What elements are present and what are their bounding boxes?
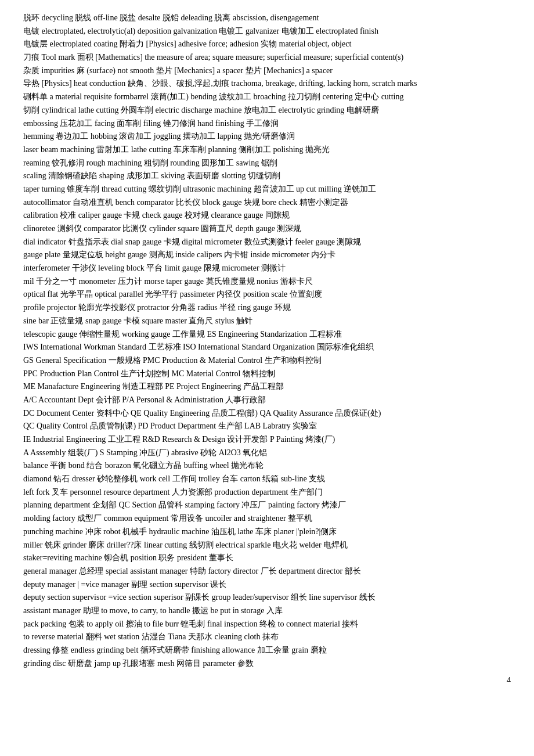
text-line-0: 脱环 decycling 脱线 off-line 脱盐 desalte 脱铅 d… <box>23 12 511 24</box>
text-line-37: planning department 企划部 QC Section 品管科 s… <box>23 499 511 512</box>
text-line-5: 导热 [Physics] heat conduction 缺角、沙眼、破损,浮起… <box>23 77 511 90</box>
text-line-31: QC Quality Control 品质管制(课) PD Product De… <box>23 420 511 433</box>
page-content: 脱环 decycling 脱线 off-line 脱盐 desalte 脱铅 d… <box>23 12 511 669</box>
text-line-13: taper turning 锥度车削 thread cutting 螺纹切削 u… <box>23 183 511 196</box>
text-line-46: pack packing 包装 to apply oil 擦油 to file … <box>23 618 511 631</box>
text-line-43: deputy manager | =vice manager 副理 sectio… <box>23 578 511 591</box>
text-line-21: optical flat 光学平晶 optical parallel 光学平行 … <box>23 288 511 301</box>
text-line-16: clinoretee 测斜仪 comparator 比测仪 cylinder s… <box>23 222 511 235</box>
text-line-23: sine bar 正弦量规 snap gauge 卡模 square maste… <box>23 315 511 327</box>
text-line-18: gauge plate 量规定位板 height gauge 测高规 insid… <box>23 249 511 261</box>
text-line-35: diamond 钻石 dresser 砂轮整修机 work cell 工作间 t… <box>23 473 511 485</box>
text-line-24: telescopic gauge 伸缩性量规 working gauge 工作量… <box>23 328 511 341</box>
text-line-39: punching machine 冲床 robot 机械手 hydraulic … <box>23 525 511 538</box>
text-line-1: 电镀 electroplated, electrolytic(al) depos… <box>23 25 511 38</box>
text-line-14: autocollimator 自动准直机 bench comparator 比长… <box>23 196 511 209</box>
text-line-6: 硎料单 a material requisite formbarrel 滚筒(加… <box>23 91 511 103</box>
text-line-28: ME Manafacture Engineering 制造工程部 PE Proj… <box>23 380 511 393</box>
text-line-44: deputy section supervisor =vice section … <box>23 591 511 604</box>
text-line-9: hemming 卷边加工 hobbing 滚齿加工 joggling 摆动加工 … <box>23 130 511 143</box>
text-line-33: A Asssembly 组装(厂) S Stamping 冲压(厂) abras… <box>23 447 511 459</box>
text-line-19: interferometer 干涉仪 leveling block 平台 lim… <box>23 262 511 275</box>
text-line-45: assistant manager 助理 to move, to carry, … <box>23 604 511 617</box>
text-line-15: calibration 校准 caliper gauge 卡规 check ga… <box>23 209 511 222</box>
text-line-32: IE Industrial Engineering 工业工程 R&D Resea… <box>23 433 511 446</box>
text-line-4: 杂质 impurities 麻 (surface) not smooth 垫片 … <box>23 64 511 77</box>
text-line-8: embossing 压花加工 facing 面车削 filing 锉刀修润 ha… <box>23 117 511 130</box>
text-line-20: mil 千分之一寸 monometer 压力计 morse taper gaug… <box>23 275 511 288</box>
text-line-34: balance 平衡 bond 结合 borazon 氧化硼立方晶 buffin… <box>23 459 511 472</box>
text-line-40: miller 铣床 grinder 磨床 driller??床 linear c… <box>23 539 511 552</box>
text-line-29: A/C Accountant Dept 会计部 P/A Personal & A… <box>23 394 511 406</box>
text-line-48: dressing 修整 endless grinding belt 循环式研磨带… <box>23 644 511 657</box>
text-line-17: dial indicator 针盘指示表 dial snap gauge 卡规 … <box>23 236 511 249</box>
text-line-38: molding factory 成型厂 common equipment 常用设… <box>23 512 511 525</box>
text-line-27: PPC Production Plan Control 生产计划控制 MC Ma… <box>23 368 511 380</box>
text-line-26: GS General Specification 一般规格 PMC Produc… <box>23 354 511 367</box>
text-body: 脱环 decycling 脱线 off-line 脱盐 desalte 脱铅 d… <box>23 12 511 669</box>
text-line-41: staker=reviting machine 铆合机 position 职务 … <box>23 552 511 564</box>
text-line-42: general manager 总经理 special assistant ma… <box>23 565 511 578</box>
text-line-11: reaming 铰孔修润 rough machining 粗切削 roundin… <box>23 157 511 170</box>
text-line-3: 刀痕 Tool mark 面积 [Mathematics] the measur… <box>23 51 511 64</box>
text-line-2: 电镀层 electroplated coating 附着力 [Physics] … <box>23 38 511 51</box>
text-line-10: laser beam machining 雷射加工 lathe cutting … <box>23 143 511 156</box>
text-line-25: IWS International Workman Standard 工艺标准 … <box>23 341 511 354</box>
text-line-30: DC Document Center 资料中心 QE Quality Engin… <box>23 407 511 420</box>
text-line-36: left fork 叉车 personnel resource departme… <box>23 486 511 499</box>
page-number: 4 <box>507 674 511 682</box>
text-line-49: grinding disc 研磨盘 jamp up 孔眼堵塞 mesh 网筛目 … <box>23 657 511 670</box>
text-line-7: 切削 cylindrical lathe cutting 外圆车削 electr… <box>23 104 511 117</box>
text-line-47: to reverse material 翻料 wet station 沾湿台 T… <box>23 631 511 643</box>
text-line-22: profile projector 轮廓光学投影仪 protractor 分角器… <box>23 301 511 314</box>
text-line-12: scaling 清除钢碴缺陷 shaping 成形加工 skiving 表面研磨… <box>23 170 511 182</box>
